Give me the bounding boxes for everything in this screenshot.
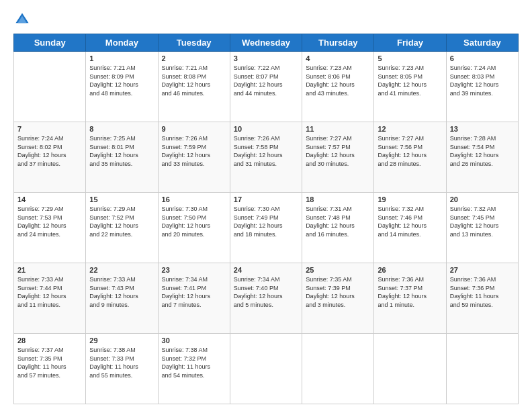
day-info: Sunrise: 7:27 AM Sunset: 7:57 PM Dayligh…	[306, 134, 370, 168]
day-info: Sunrise: 7:35 AM Sunset: 7:39 PM Dayligh…	[306, 275, 370, 309]
calendar-cell: 2Sunrise: 7:21 AM Sunset: 8:08 PM Daylig…	[158, 52, 230, 122]
calendar-cell: 3Sunrise: 7:22 AM Sunset: 8:07 PM Daylig…	[230, 52, 302, 122]
header	[13, 12, 519, 27]
calendar-week-row: 14Sunrise: 7:29 AM Sunset: 7:53 PM Dayli…	[14, 193, 519, 263]
calendar-week-row: 28Sunrise: 7:37 AM Sunset: 7:35 PM Dayli…	[14, 334, 519, 404]
day-number: 15	[89, 195, 154, 203]
calendar-cell: 17Sunrise: 7:30 AM Sunset: 7:49 PM Dayli…	[230, 193, 302, 263]
day-number: 1	[89, 54, 154, 62]
calendar-cell: 14Sunrise: 7:29 AM Sunset: 7:53 PM Dayli…	[14, 193, 86, 263]
day-number: 2	[162, 54, 226, 62]
calendar-cell	[14, 52, 86, 122]
day-number: 22	[89, 266, 154, 274]
day-info: Sunrise: 7:38 AM Sunset: 7:32 PM Dayligh…	[162, 346, 226, 379]
calendar-cell	[374, 334, 446, 404]
day-header-sunday: Sunday	[14, 34, 86, 52]
day-info: Sunrise: 7:34 AM Sunset: 7:41 PM Dayligh…	[162, 275, 226, 309]
day-header-monday: Monday	[86, 34, 158, 52]
calendar-cell: 9Sunrise: 7:26 AM Sunset: 7:59 PM Daylig…	[158, 122, 230, 193]
day-info: Sunrise: 7:28 AM Sunset: 7:54 PM Dayligh…	[450, 134, 515, 168]
day-info: Sunrise: 7:29 AM Sunset: 7:53 PM Dayligh…	[17, 205, 82, 238]
day-number: 28	[17, 336, 82, 345]
day-info: Sunrise: 7:31 AM Sunset: 7:48 PM Dayligh…	[306, 205, 370, 238]
day-number: 25	[306, 266, 370, 274]
day-number: 14	[17, 195, 82, 203]
day-header-saturday: Saturday	[446, 34, 518, 52]
day-info: Sunrise: 7:22 AM Sunset: 8:07 PM Dayligh…	[234, 64, 298, 97]
day-info: Sunrise: 7:34 AM Sunset: 7:40 PM Dayligh…	[234, 275, 298, 309]
calendar-cell: 25Sunrise: 7:35 AM Sunset: 7:39 PM Dayli…	[302, 263, 374, 334]
logo	[13, 12, 32, 27]
day-header-friday: Friday	[374, 34, 446, 52]
calendar-cell: 5Sunrise: 7:23 AM Sunset: 8:05 PM Daylig…	[374, 52, 446, 122]
day-info: Sunrise: 7:23 AM Sunset: 8:06 PM Dayligh…	[306, 64, 370, 97]
day-info: Sunrise: 7:24 AM Sunset: 8:02 PM Dayligh…	[17, 134, 82, 168]
calendar-cell: 16Sunrise: 7:30 AM Sunset: 7:50 PM Dayli…	[158, 193, 230, 263]
day-info: Sunrise: 7:23 AM Sunset: 8:05 PM Dayligh…	[378, 64, 442, 97]
day-number: 12	[378, 125, 442, 133]
calendar-header-row: SundayMondayTuesdayWednesdayThursdayFrid…	[14, 34, 519, 52]
day-number: 8	[89, 125, 154, 133]
calendar-cell: 29Sunrise: 7:38 AM Sunset: 7:33 PM Dayli…	[86, 334, 158, 404]
calendar-cell: 24Sunrise: 7:34 AM Sunset: 7:40 PM Dayli…	[230, 263, 302, 334]
day-number: 4	[306, 54, 370, 62]
day-number: 27	[450, 266, 515, 274]
day-number: 26	[378, 266, 442, 274]
day-number: 16	[162, 195, 226, 203]
calendar-cell: 11Sunrise: 7:27 AM Sunset: 7:57 PM Dayli…	[302, 122, 374, 193]
calendar-cell: 18Sunrise: 7:31 AM Sunset: 7:48 PM Dayli…	[302, 193, 374, 263]
calendar-cell: 30Sunrise: 7:38 AM Sunset: 7:32 PM Dayli…	[158, 334, 230, 404]
day-header-thursday: Thursday	[302, 34, 374, 52]
calendar-cell: 19Sunrise: 7:32 AM Sunset: 7:46 PM Dayli…	[374, 193, 446, 263]
calendar-cell: 15Sunrise: 7:29 AM Sunset: 7:52 PM Dayli…	[86, 193, 158, 263]
calendar-week-row: 7Sunrise: 7:24 AM Sunset: 8:02 PM Daylig…	[14, 122, 519, 193]
calendar-cell: 23Sunrise: 7:34 AM Sunset: 7:41 PM Dayli…	[158, 263, 230, 334]
day-info: Sunrise: 7:24 AM Sunset: 8:03 PM Dayligh…	[450, 64, 515, 97]
day-info: Sunrise: 7:26 AM Sunset: 7:59 PM Dayligh…	[162, 134, 226, 168]
day-number: 19	[378, 195, 442, 203]
day-number: 5	[378, 54, 442, 62]
day-number: 29	[89, 336, 154, 345]
day-number: 9	[162, 125, 226, 133]
calendar-cell: 21Sunrise: 7:33 AM Sunset: 7:44 PM Dayli…	[14, 263, 86, 334]
day-info: Sunrise: 7:33 AM Sunset: 7:44 PM Dayligh…	[17, 275, 82, 309]
logo-icon	[15, 12, 30, 27]
day-info: Sunrise: 7:21 AM Sunset: 8:08 PM Dayligh…	[162, 64, 226, 97]
calendar-cell: 22Sunrise: 7:33 AM Sunset: 7:43 PM Dayli…	[86, 263, 158, 334]
day-info: Sunrise: 7:32 AM Sunset: 7:46 PM Dayligh…	[378, 205, 442, 238]
calendar-cell: 27Sunrise: 7:36 AM Sunset: 7:36 PM Dayli…	[446, 263, 518, 334]
page: SundayMondayTuesdayWednesdayThursdayFrid…	[0, 0, 532, 411]
calendar-week-row: 1Sunrise: 7:21 AM Sunset: 8:09 PM Daylig…	[14, 52, 519, 122]
calendar-cell: 26Sunrise: 7:36 AM Sunset: 7:37 PM Dayli…	[374, 263, 446, 334]
calendar-cell: 28Sunrise: 7:37 AM Sunset: 7:35 PM Dayli…	[14, 334, 86, 404]
day-number: 21	[17, 266, 82, 274]
day-info: Sunrise: 7:36 AM Sunset: 7:37 PM Dayligh…	[378, 275, 442, 309]
calendar-cell	[230, 334, 302, 404]
calendar-cell: 6Sunrise: 7:24 AM Sunset: 8:03 PM Daylig…	[446, 52, 518, 122]
day-number: 18	[306, 195, 370, 203]
day-info: Sunrise: 7:30 AM Sunset: 7:50 PM Dayligh…	[162, 205, 226, 238]
day-number: 3	[234, 54, 298, 62]
day-number: 6	[450, 54, 515, 62]
day-info: Sunrise: 7:21 AM Sunset: 8:09 PM Dayligh…	[89, 64, 154, 97]
calendar-cell: 4Sunrise: 7:23 AM Sunset: 8:06 PM Daylig…	[302, 52, 374, 122]
day-info: Sunrise: 7:32 AM Sunset: 7:45 PM Dayligh…	[450, 205, 515, 238]
calendar-cell: 8Sunrise: 7:25 AM Sunset: 8:01 PM Daylig…	[86, 122, 158, 193]
calendar-cell: 1Sunrise: 7:21 AM Sunset: 8:09 PM Daylig…	[86, 52, 158, 122]
day-info: Sunrise: 7:38 AM Sunset: 7:33 PM Dayligh…	[89, 346, 154, 379]
day-number: 7	[17, 125, 82, 133]
day-info: Sunrise: 7:30 AM Sunset: 7:49 PM Dayligh…	[234, 205, 298, 238]
day-info: Sunrise: 7:37 AM Sunset: 7:35 PM Dayligh…	[17, 346, 82, 379]
day-number: 13	[450, 125, 515, 133]
day-number: 24	[234, 266, 298, 274]
day-number: 23	[162, 266, 226, 274]
calendar-cell	[302, 334, 374, 404]
day-info: Sunrise: 7:26 AM Sunset: 7:58 PM Dayligh…	[234, 134, 298, 168]
day-number: 10	[234, 125, 298, 133]
calendar-cell: 20Sunrise: 7:32 AM Sunset: 7:45 PM Dayli…	[446, 193, 518, 263]
day-info: Sunrise: 7:27 AM Sunset: 7:56 PM Dayligh…	[378, 134, 442, 168]
calendar-cell: 10Sunrise: 7:26 AM Sunset: 7:58 PM Dayli…	[230, 122, 302, 193]
day-number: 11	[306, 125, 370, 133]
day-number: 17	[234, 195, 298, 203]
day-header-wednesday: Wednesday	[230, 34, 302, 52]
